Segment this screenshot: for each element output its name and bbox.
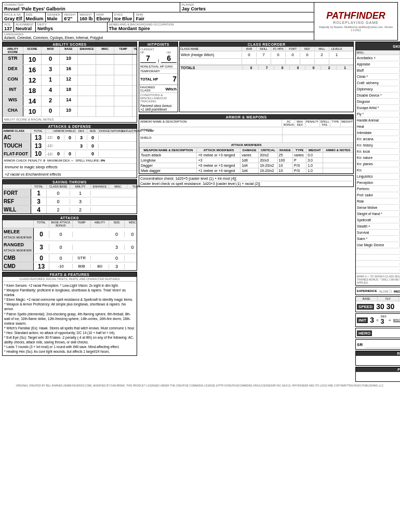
cr-header: CLASS NAME BAB SKILL FC HPS FORT REF WIL… bbox=[180, 47, 353, 51]
sh-enhance: ENHANCE bbox=[91, 184, 109, 189]
init-row: INIT 3 = DEX 3 + MISC MOD bbox=[356, 314, 400, 326]
cr-title: CLASS RECORDER bbox=[180, 42, 353, 47]
w-attack-0: +0 melee or +3 ranged bbox=[197, 153, 241, 158]
ability-name: DEX bbox=[3, 65, 23, 75]
ability-enhance bbox=[78, 55, 96, 64]
skill-name-13: Kn: arcana bbox=[356, 137, 400, 141]
skill-row-3: Climb * 0 STR bbox=[356, 74, 400, 80]
height-cell: HEIGHT 6'2" bbox=[62, 12, 78, 22]
skill-row-10: Handle Animal 0 CHA bbox=[356, 117, 400, 124]
w-attack-2: +0 melee or +3 ranged bbox=[197, 163, 241, 168]
hero-row: HERO bbox=[356, 328, 400, 338]
ability-misc bbox=[96, 75, 114, 85]
ac-shield: 0 bbox=[64, 135, 76, 140]
init-equals: = bbox=[376, 318, 379, 323]
shield-name: SHIELD bbox=[139, 135, 283, 142]
ability-row-wis: WIS 14 2 14 bbox=[3, 96, 137, 107]
skill-name-33 bbox=[356, 263, 400, 264]
main-body: ABILITY SCORES ABILITY SCORE SCORE MOD B… bbox=[2, 42, 398, 383]
left-column: ABILITY SCORES ABILITY SCORE SCORE MOD B… bbox=[2, 42, 137, 383]
wh-damage: DAMAGE bbox=[241, 148, 259, 153]
flatfoot-size: 0 bbox=[87, 151, 99, 156]
wh-attack: ATTACK MODIFIERS bbox=[197, 148, 241, 153]
right-column: SKILLS BONUS 7 SKILL CS RANKS ABILITY TR… bbox=[355, 42, 400, 383]
ac-header-total: TOTAL bbox=[31, 129, 46, 133]
ability-scores-section: ABILITY SCORES ABILITY SCORE SCORE MOD B… bbox=[2, 42, 137, 123]
ranged-bab: 0 bbox=[49, 245, 73, 250]
ability-misc bbox=[96, 65, 114, 75]
gender-value: Male bbox=[47, 16, 61, 21]
melee-size: 0 bbox=[109, 232, 125, 237]
crh-levels: LEVELS bbox=[329, 47, 344, 51]
height-value: 6'2" bbox=[64, 16, 76, 21]
race-value: Gray Elf bbox=[4, 16, 22, 21]
ac-size: 0 bbox=[87, 135, 99, 140]
weight-value: 160 lb bbox=[79, 16, 93, 21]
sh-misc: MISC bbox=[109, 184, 127, 189]
flatfoot-label: FLAT-FOOT bbox=[3, 150, 31, 157]
crh-bab: BAB bbox=[242, 47, 257, 51]
ability-header-row: ABILITY SCORE SCORE MOD BASE ENHANCE MIS… bbox=[3, 47, 137, 55]
skill-name-5: Diplomacy bbox=[356, 87, 400, 91]
ability-tempmod bbox=[132, 96, 137, 106]
weapon-row-1: Longbow +3 1d8 20/x3 100 P 3.0 bbox=[140, 158, 353, 163]
w-weight-0: 0.0 bbox=[306, 153, 323, 158]
ability-enhance bbox=[78, 96, 96, 106]
w-weight-1: 3.0 bbox=[306, 158, 323, 163]
crh-fchps: FC HPS bbox=[271, 47, 286, 51]
fort-total: 1 bbox=[31, 190, 47, 197]
skill-name-24: Sense Motive bbox=[356, 205, 400, 210]
armor-name: ARMOR bbox=[139, 127, 283, 135]
attacks-header: TOTAL BASE ATTACK BONUS TEMP ABILITY SIZ… bbox=[3, 220, 137, 228]
melee-bab: 0 bbox=[49, 232, 73, 237]
armor-stats-header: AC BONUS MAX DEX PENALTY SPELL FAIL TYPE… bbox=[283, 119, 353, 127]
w-name-3: Mwk dagger bbox=[140, 168, 197, 174]
eyes-value: Ice Blue bbox=[114, 16, 132, 21]
ability-temp bbox=[114, 107, 132, 116]
cmb-size: 0 bbox=[109, 256, 125, 261]
skill-row-32: STR bbox=[356, 255, 400, 261]
ability-misc bbox=[96, 107, 114, 116]
ability-rows-container: STR 10 0 10 DEX 16 3 16 CON 12 1 12 INT … bbox=[3, 55, 137, 116]
wh-type: TYPE bbox=[293, 148, 306, 153]
wh-name: WEAPON NAME & DESCRIPTION bbox=[140, 148, 197, 153]
cr-total-fort: 0 bbox=[291, 66, 305, 70]
skill-name-19: Linguistics bbox=[356, 174, 400, 179]
cmb-total: 0 bbox=[34, 255, 49, 262]
ability-mod: 2 bbox=[42, 96, 60, 106]
cr-class1: Witch (Hedge Witch) bbox=[180, 52, 242, 57]
ac-header-dodge: DODGE bbox=[99, 129, 110, 133]
ability-scores-table: ABILITY SCORE SCORE MOD BASE ENHANCE MIS… bbox=[3, 47, 137, 116]
speed-base-label: BASE bbox=[356, 297, 378, 301]
skill-row-34: STR bbox=[356, 267, 400, 273]
skill-row-26: Spellcraft ✓ 8 INT 4 3 bbox=[356, 217, 400, 223]
saves-header: TOTAL CLASS BASE ABILITY ENHANCE MISC TE… bbox=[3, 184, 137, 189]
skill-row-20: Perception 9 WIS 2 7 bbox=[356, 180, 400, 186]
skills-note: MARK A ✓ TO SHOW A CLASS SKILL. CLASS SK… bbox=[356, 273, 400, 285]
skills-rows-container: Acrobatics + ✓ 3 DEX Appraise 4 INT 4 Bl… bbox=[356, 55, 400, 273]
fort-base: 0 bbox=[47, 191, 70, 196]
ac-armor: 0 bbox=[53, 135, 64, 140]
skill-row-17: Kn: planes INT 4 bbox=[356, 161, 400, 167]
current-hp-val: 7 bbox=[140, 54, 156, 63]
ability-mod: 1 bbox=[42, 75, 60, 85]
feats-text: * Keen Senses: +2 racial Perception. * L… bbox=[3, 282, 137, 355]
deity-value: Nethys bbox=[37, 26, 105, 31]
touch-size: 0 bbox=[87, 143, 99, 149]
attacks-defense-section: ATTACKS & DEFENSE ARMOR CLASS TOTAL ARMO… bbox=[2, 124, 137, 178]
crh-skill: SKILL bbox=[257, 47, 271, 51]
w-weight-3: 1.0 bbox=[306, 168, 323, 174]
hp-divider: | bbox=[158, 58, 159, 63]
wh-crit: CRITICAL bbox=[259, 148, 277, 153]
skill-name-27: Stealth + bbox=[356, 224, 400, 229]
skill-row-7: Disguise 0 CHA bbox=[356, 99, 400, 105]
total-hp-row: TOTAL HP 7 bbox=[139, 74, 178, 85]
hp-temp-row: TEMPORARY bbox=[139, 69, 178, 74]
ac-label: AC bbox=[3, 134, 31, 141]
skill-row-31: STR bbox=[356, 248, 400, 255]
skill-name-22: Prof: sailor bbox=[356, 193, 400, 197]
skill-row-5: Diplomacy 0 CHA bbox=[356, 86, 400, 92]
cr-total-will: 2 bbox=[322, 66, 337, 70]
skills-header: SKILL CS RANKS ABILITY TRAINED MISC bbox=[356, 50, 400, 55]
ref-total: 3 bbox=[31, 198, 47, 205]
